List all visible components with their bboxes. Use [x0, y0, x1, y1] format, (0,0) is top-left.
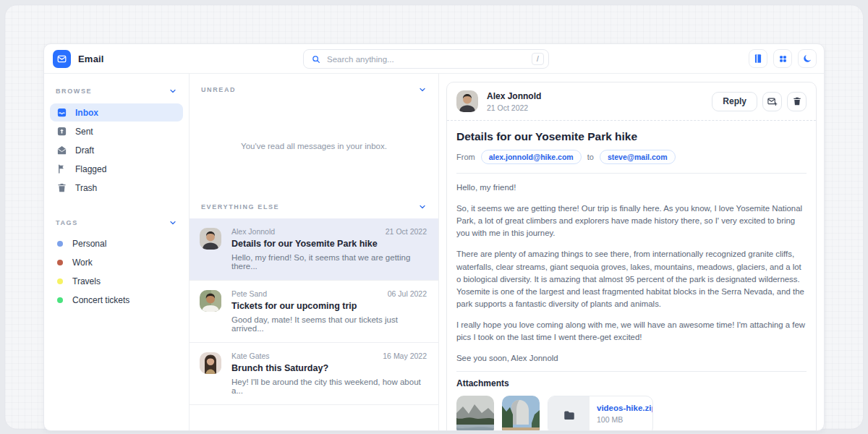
avatar — [200, 352, 221, 374]
attachments-row: videos-hike.zip 100 MB — [456, 396, 807, 431]
trash-icon — [56, 182, 67, 193]
draft-icon — [56, 145, 67, 156]
search-input[interactable]: Search anything... / — [303, 49, 549, 69]
email-preview: Good day, mate! It seems that our ticket… — [231, 315, 427, 333]
body-paragraph: I really hope you love coming along with… — [456, 319, 807, 344]
tag-item-personal[interactable]: Personal — [50, 234, 183, 253]
search-placeholder: Search anything... — [327, 55, 526, 64]
grid-icon — [778, 54, 788, 64]
reader-date: 21 Oct 2022 — [487, 103, 541, 112]
file-icon-box — [548, 396, 590, 431]
envelope-icon — [56, 54, 67, 64]
search-shortcut-key: / — [532, 53, 544, 65]
email-sender: Pete Sand — [231, 289, 267, 298]
divider — [456, 371, 807, 372]
email-date: 21 Oct 2022 — [386, 227, 427, 236]
tag-color-dot — [57, 297, 63, 303]
chevron-down-icon[interactable] — [418, 203, 427, 211]
reply-button[interactable]: Reply — [712, 92, 757, 111]
unread-label: UNREAD — [201, 86, 236, 93]
tag-color-dot — [57, 241, 63, 247]
everything-else-label: EVERYTHING ELSE — [201, 203, 279, 210]
reading-pane: Alex Jonnold 21 Oct 2022 Reply — [439, 74, 824, 430]
file-name: videos-hike.zip — [597, 404, 653, 412]
chevron-down-icon[interactable] — [169, 218, 177, 227]
apps-grid-button[interactable] — [773, 49, 792, 68]
body-paragraph: There are plenty of amazing things to se… — [456, 248, 807, 310]
moon-icon — [802, 54, 812, 64]
sidebar-item-label: Flagged — [75, 164, 106, 174]
message-list: UNREAD You've read all messages in your … — [190, 74, 439, 430]
to-email-chip[interactable]: steve@mail.com — [600, 150, 676, 164]
tag-label: Travels — [72, 276, 101, 286]
email-subject: Details for our Yosemite Park hike — [231, 239, 427, 249]
sent-icon — [56, 126, 67, 137]
reader-header: Alex Jonnold 21 Oct 2022 Reply — [456, 90, 807, 112]
unread-empty-message: You've read all messages in your inbox. — [190, 100, 438, 194]
sidebar-item-inbox[interactable]: Inbox — [50, 103, 183, 122]
email-detail-card: Alex Jonnold 21 Oct 2022 Reply — [446, 82, 817, 431]
from-to-row: From alex.jonnold@hike.com to steve@mail… — [456, 150, 807, 164]
reader-actions: Reply — [712, 92, 807, 111]
email-date: 06 Jul 2022 — [388, 289, 427, 298]
photo-attachment-thumbnail[interactable] — [456, 396, 494, 431]
flag-icon — [56, 163, 67, 174]
tag-item-concert-tickets[interactable]: Concert tickets — [50, 291, 183, 310]
divider — [456, 173, 807, 174]
email-subject: Tickets for our upcoming trip — [231, 301, 427, 311]
chevron-down-icon[interactable] — [418, 85, 427, 94]
to-label: to — [587, 153, 594, 161]
reader-sender-block: Alex Jonnold 21 Oct 2022 — [487, 91, 541, 112]
tag-item-travels[interactable]: Travels — [50, 272, 183, 291]
reading-list-button[interactable] — [749, 49, 767, 68]
sidebar-item-trash[interactable]: Trash — [50, 179, 183, 197]
sidebar-item-label: Draft — [75, 145, 94, 156]
body-paragraph: So, it seems we are getting there! Our t… — [456, 203, 807, 239]
file-meta: videos-hike.zip 100 MB — [590, 396, 653, 431]
reader-subject: Details for our Yosemite Park hike — [456, 130, 807, 143]
app-title: Email — [78, 54, 104, 64]
tag-label: Personal — [72, 239, 106, 249]
tag-label: Concert tickets — [72, 295, 129, 305]
tag-color-dot — [57, 260, 63, 265]
browse-label: BROWSE — [56, 88, 92, 95]
email-subject: Brunch this Saturday? — [231, 363, 427, 373]
sidebar-item-sent[interactable]: Sent — [50, 122, 183, 140]
top-bar: Email Search anything... / — [44, 44, 824, 74]
folder-icon — [563, 409, 576, 422]
avatar — [200, 290, 221, 312]
file-size: 100 MB — [597, 415, 653, 424]
tags-section-header: TAGS — [50, 213, 183, 234]
email-body: Hello, my friend! So, it seems we are ge… — [456, 182, 807, 365]
main-area: BROWSE Inbox Sent — [44, 74, 824, 430]
email-sender: Kate Gates — [231, 352, 270, 360]
sidebar-item-draft[interactable]: Draft — [50, 141, 183, 159]
search-icon — [311, 54, 321, 64]
inbox-icon — [56, 107, 67, 118]
photo-attachment-thumbnail[interactable] — [502, 396, 540, 431]
email-list-item[interactable]: Kate Gates 16 May 2022 Brunch this Satur… — [190, 343, 438, 405]
divider — [447, 120, 816, 121]
tag-item-work[interactable]: Work — [50, 253, 183, 272]
body-paragraph: See you soon, Alex Jonnold — [456, 352, 807, 365]
email-list-item[interactable]: Pete Sand 06 Jul 2022 Tickets for our up… — [190, 281, 438, 343]
email-list-item[interactable]: Alex Jonnold 21 Oct 2022 Details for our… — [190, 218, 438, 281]
email-preview: Hello, my friend! So, it seems that we a… — [231, 253, 427, 271]
file-attachment-card[interactable]: videos-hike.zip 100 MB — [548, 396, 653, 431]
sidebar-item-label: Sent — [75, 127, 93, 137]
tags-label: TAGS — [56, 219, 78, 226]
from-email-chip[interactable]: alex.jonnold@hike.com — [481, 150, 582, 164]
email-date: 16 May 2022 — [383, 352, 427, 360]
dark-mode-button[interactable] — [798, 49, 817, 68]
chevron-down-icon[interactable] — [169, 87, 177, 95]
tag-color-dot — [57, 278, 63, 284]
email-preview: Hey! I'll be around the city this weeken… — [231, 378, 427, 395]
sidebar-item-flagged[interactable]: Flagged — [50, 160, 183, 178]
email-sender: Alex Jonnold — [231, 227, 275, 236]
avatar — [200, 228, 221, 250]
delete-email-button[interactable] — [787, 92, 807, 111]
everything-else-section-header: EVERYTHING ELSE — [190, 194, 438, 218]
envelope-plus-icon — [767, 96, 778, 107]
from-label: From — [456, 153, 475, 161]
forward-email-button[interactable] — [762, 92, 782, 111]
